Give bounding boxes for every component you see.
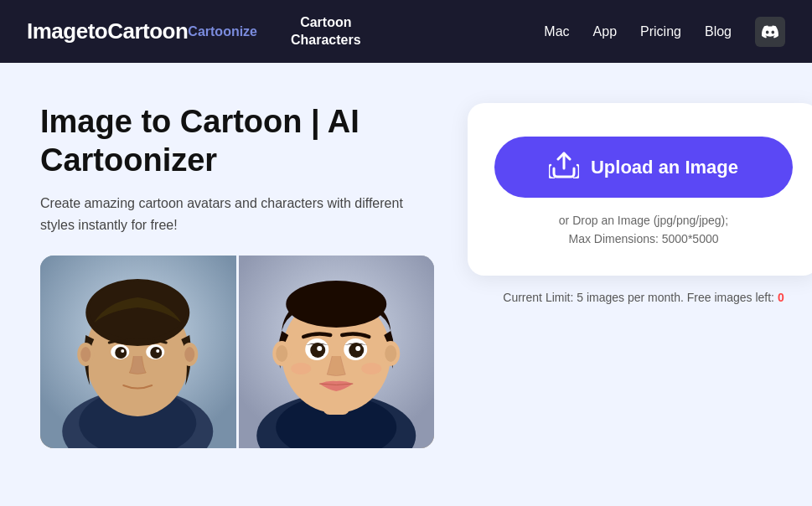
upload-hint: or Drop an Image (jpg/png/jpeg); Max Dim… [559, 211, 728, 249]
limit-number: 0 [778, 291, 784, 304]
nav-cartoon-characters[interactable]: Cartoon Characters [277, 14, 375, 49]
svg-point-33 [291, 363, 311, 374]
brand-logo[interactable]: ImagetoCartoon Cartoonize [27, 18, 257, 44]
brand-name-sub: Cartoonize [188, 24, 257, 39]
navbar: ImagetoCartoon Cartoonize Cartoon Charac… [0, 0, 812, 63]
svg-point-34 [361, 363, 381, 374]
svg-point-9 [115, 347, 127, 359]
svg-point-32 [385, 345, 396, 362]
upload-icon [549, 152, 579, 183]
demo-images [40, 256, 434, 448]
upload-card: Upload an Image or Drop an Image (jpg/pn… [468, 103, 812, 276]
svg-point-10 [150, 347, 162, 359]
right-panel: Upload an Image or Drop an Image (jpg/pn… [468, 103, 812, 304]
nav-link-blog[interactable]: Blog [705, 24, 732, 39]
svg-point-16 [184, 347, 194, 362]
page-subtitle: Create amazing cartoon avatars and chara… [40, 193, 434, 235]
nav-link-app[interactable]: App [593, 24, 617, 39]
nav-link-mac[interactable]: Mac [544, 24, 569, 39]
nav-link-pricing[interactable]: Pricing [640, 24, 681, 39]
page-title: Image to Cartoon | AI Cartoonizer [40, 103, 434, 179]
nav-links: Mac App Pricing Blog [544, 17, 785, 47]
demo-image-after [239, 256, 435, 448]
limit-text: Current Limit: 5 images per month. Free … [468, 291, 812, 304]
svg-point-28 [355, 346, 360, 351]
upload-button[interactable]: Upload an Image [494, 137, 793, 198]
brand-name-main: ImagetoCartoon [27, 18, 188, 44]
svg-point-22 [286, 281, 386, 328]
left-panel: Image to Cartoon | AI Cartoonizer Create… [40, 103, 434, 448]
svg-point-14 [80, 347, 91, 362]
demo-image-before [40, 256, 236, 448]
svg-point-30 [276, 345, 287, 362]
upload-button-label: Upload an Image [591, 157, 738, 178]
svg-point-12 [156, 349, 159, 353]
svg-point-6 [89, 281, 186, 339]
svg-point-27 [317, 346, 322, 351]
main-content: Image to Cartoon | AI Cartoonizer Create… [0, 63, 812, 482]
discord-icon[interactable] [755, 17, 785, 47]
svg-point-11 [121, 349, 124, 353]
